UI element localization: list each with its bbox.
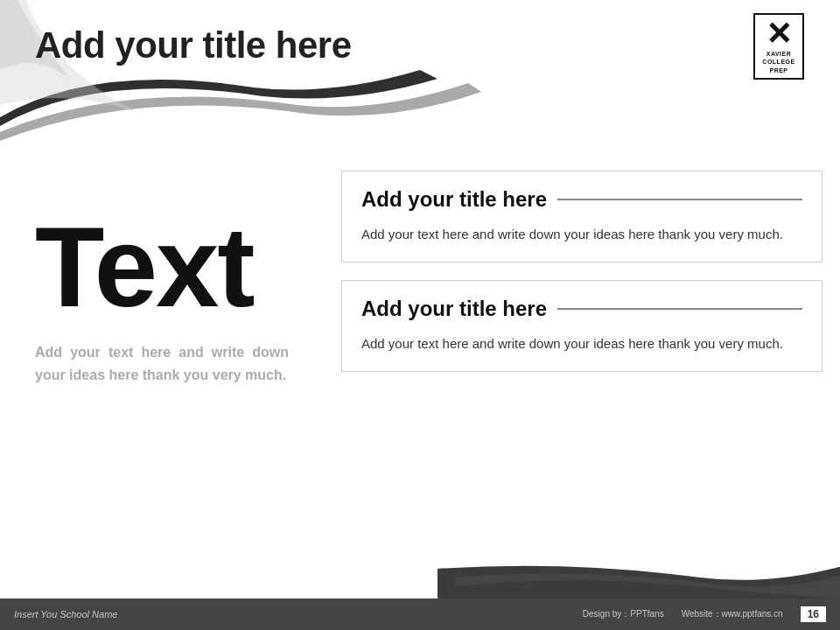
- box-2-title: Add your title here: [361, 297, 547, 321]
- footer-school-name: Insert You School Name: [14, 609, 117, 620]
- box-1-body: Add your text here and write down your i…: [361, 224, 802, 246]
- box-1-title: Add your title here: [361, 187, 547, 212]
- big-text-word: Text: [35, 210, 254, 324]
- slide-title: Add your title here: [35, 24, 352, 66]
- footer-page-number: 16: [801, 606, 826, 622]
- content-box-2: Add your title here Add your text here a…: [341, 280, 822, 372]
- footer-right: Design by：PPTfans Website：www.pptfans.cn…: [583, 606, 826, 622]
- slide: Add your title here ✕ XAVIER COLLEGE PRE…: [0, 0, 840, 630]
- logo-symbol: ✕: [766, 18, 792, 50]
- footer: Insert You School Name Design by：PPTfans…: [0, 598, 840, 630]
- title-line-2: [557, 308, 802, 310]
- box-title-bar-2: Add your title here: [361, 297, 802, 321]
- logo-area: ✕ XAVIER COLLEGE PREP: [744, 16, 814, 77]
- box-title-bar-1: Add your title here: [361, 187, 802, 212]
- content-box-1: Add your title here Add your text here a…: [341, 171, 822, 262]
- right-content: Add your title here Add your text here a…: [341, 171, 822, 372]
- logo-text: XAVIER COLLEGE PREP: [762, 50, 794, 74]
- logo-border: ✕ XAVIER COLLEGE PREP: [753, 13, 803, 79]
- left-subtitle: Add your text here and write down your i…: [35, 341, 289, 386]
- footer-website: Website：www.pptfans.cn: [682, 608, 783, 620]
- title-line-1: [557, 199, 802, 200]
- top-swoosh: [0, 0, 840, 158]
- footer-design: Design by：PPTfans: [583, 608, 664, 620]
- box-2-body: Add your text here and write down your i…: [361, 333, 802, 355]
